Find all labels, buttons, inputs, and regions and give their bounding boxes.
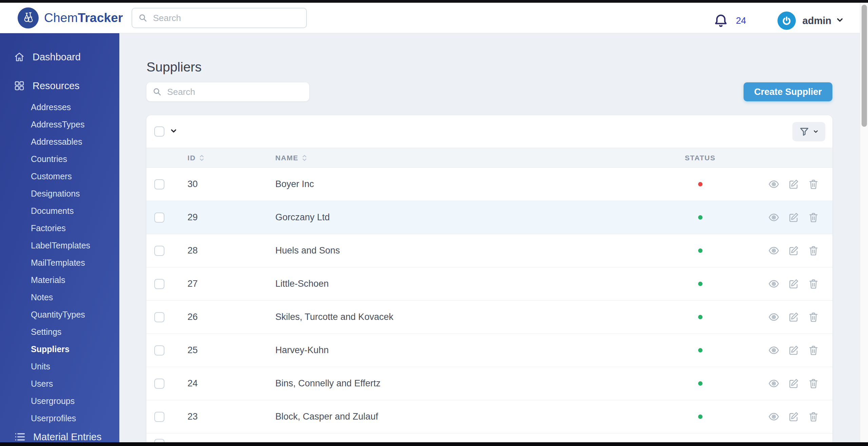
window-chrome-top <box>0 0 868 3</box>
notifications-bell-icon[interactable] <box>713 13 729 28</box>
row-checkbox[interactable] <box>154 345 164 356</box>
row-checkbox[interactable] <box>154 246 164 256</box>
row-checkbox[interactable] <box>154 212 164 223</box>
app-window: ChemTracker 24 admin Dashboard <box>0 0 868 446</box>
sidebar-item-addressables[interactable]: Addressables <box>0 133 119 150</box>
user-menu-chevron-down-icon[interactable] <box>835 16 844 26</box>
sidebar-item-resources[interactable]: Resources <box>0 76 119 96</box>
table-row[interactable]: 24 Bins, Connelly and Effertz <box>146 367 832 400</box>
delete-icon[interactable] <box>808 378 819 389</box>
row-checkbox[interactable] <box>154 279 164 289</box>
sidebar-item-addresses[interactable]: Addresses <box>0 99 119 116</box>
column-header-status: STATUS <box>632 154 768 162</box>
row-checkbox[interactable] <box>154 379 164 389</box>
sidebar-item-dashboard[interactable]: Dashboard <box>0 47 119 67</box>
sidebar-item-documents[interactable]: Documents <box>0 202 119 220</box>
delete-icon[interactable] <box>808 311 819 323</box>
sidebar-item-suppliers[interactable]: Suppliers <box>0 341 119 358</box>
view-icon[interactable] <box>768 311 780 323</box>
view-icon[interactable] <box>768 245 780 257</box>
edit-icon[interactable] <box>788 344 799 356</box>
table-row[interactable]: 23 Block, Casper and Zulauf <box>146 400 832 433</box>
cell-id: 23 <box>188 411 275 422</box>
row-checkbox[interactable] <box>154 179 164 189</box>
table-row[interactable]: 29 Gorczany Ltd <box>146 201 832 234</box>
delete-icon[interactable] <box>808 278 819 290</box>
edit-icon[interactable] <box>788 278 799 290</box>
status-dot <box>698 348 703 352</box>
filter-button[interactable] <box>792 122 825 141</box>
page-scrollbar-thumb[interactable] <box>862 5 867 127</box>
delete-icon[interactable] <box>808 344 819 356</box>
table-row[interactable]: 25 Harvey-Kuhn <box>146 334 832 367</box>
status-dot <box>698 248 703 253</box>
sidebar-item-materials[interactable]: Materials <box>0 271 119 289</box>
sidebar-item-label: Material Entries <box>33 431 101 443</box>
edit-icon[interactable] <box>788 411 799 423</box>
sidebar-item-mailtemplates[interactable]: MailTemplates <box>0 254 119 271</box>
sidebar-item-designations[interactable]: Designations <box>0 185 119 202</box>
cell-name: Block, Casper and Zulauf <box>275 411 632 422</box>
select-all-chevron-down-icon[interactable] <box>169 126 178 137</box>
sidebar-item-users[interactable]: Users <box>0 375 119 392</box>
view-icon[interactable] <box>768 278 780 290</box>
cell-name: Skiles, Turcotte and Kovacek <box>275 312 632 322</box>
delete-icon[interactable] <box>808 411 819 423</box>
view-icon[interactable] <box>768 211 780 223</box>
sidebar-item-userprofiles[interactable]: Userprofiles <box>0 410 119 427</box>
global-search <box>132 8 307 28</box>
topbar-right: 24 admin <box>713 5 844 36</box>
delete-icon[interactable] <box>808 211 819 223</box>
table-row[interactable]: 26 Skiles, Turcotte and Kovacek <box>146 301 832 334</box>
sidebar-item-factories[interactable]: Factories <box>0 220 119 237</box>
sidebar-item-labeltemplates[interactable]: LabelTemplates <box>0 237 119 254</box>
delete-icon[interactable] <box>808 245 819 257</box>
brand-logo[interactable]: ChemTracker <box>18 7 123 28</box>
edit-icon[interactable] <box>788 378 799 389</box>
sidebar-item-notes[interactable]: Notes <box>0 289 119 306</box>
global-search-input[interactable] <box>153 13 300 23</box>
cell-id: 27 <box>188 279 275 289</box>
column-header-id[interactable]: ID <box>188 154 275 162</box>
row-checkbox[interactable] <box>154 312 164 322</box>
create-supplier-button[interactable]: Create Supplier <box>744 82 832 101</box>
sidebar-item-quantitytypes[interactable]: QuantityTypes <box>0 306 119 323</box>
user-avatar[interactable] <box>777 12 796 30</box>
column-header-name[interactable]: NAME <box>275 154 632 162</box>
view-icon[interactable] <box>768 378 780 389</box>
notifications-count[interactable]: 24 <box>736 16 746 26</box>
row-checkbox[interactable] <box>154 412 164 422</box>
sidebar-item-units[interactable]: Units <box>0 358 119 375</box>
sidebar-item-usergroups[interactable]: Usergroups <box>0 392 119 410</box>
edit-icon[interactable] <box>788 178 799 190</box>
sidebar-item-settings[interactable]: Settings <box>0 323 119 341</box>
table-body: 30 Boyer Inc 29 Gorczany Ltd 28 Huels an… <box>146 168 832 433</box>
page-scrollbar[interactable] <box>860 3 868 443</box>
table-search-input[interactable] <box>167 87 303 97</box>
table-row[interactable]: 28 Huels and Sons <box>146 234 832 267</box>
edit-icon[interactable] <box>788 211 799 223</box>
sort-icon[interactable] <box>302 154 307 162</box>
view-icon[interactable] <box>768 178 780 190</box>
search-icon <box>138 13 147 23</box>
sort-icon[interactable] <box>199 154 204 162</box>
sidebar-item-customers[interactable]: Customers <box>0 168 119 185</box>
sidebar-item-addresstypes[interactable]: AddressTypes <box>0 116 119 133</box>
power-icon <box>781 15 792 26</box>
user-menu-name[interactable]: admin <box>803 15 831 26</box>
view-icon[interactable] <box>768 344 780 356</box>
edit-icon[interactable] <box>788 311 799 323</box>
table-row[interactable]: 27 Little-Schoen <box>146 267 832 301</box>
list-icon <box>14 431 26 443</box>
view-icon[interactable] <box>768 411 780 423</box>
sidebar-item-countries[interactable]: Countries <box>0 150 119 168</box>
select-all-checkbox[interactable] <box>154 126 164 137</box>
table-search <box>146 82 309 101</box>
brand-name: ChemTracker <box>44 11 123 25</box>
edit-icon[interactable] <box>788 245 799 257</box>
delete-icon[interactable] <box>808 178 819 190</box>
page-title: Suppliers <box>146 60 202 75</box>
sidebar-resource-list: AddressesAddressTypesAddressablesCountri… <box>0 99 119 427</box>
table-row[interactable]: 30 Boyer Inc <box>146 168 832 201</box>
table-row-partial <box>146 433 832 443</box>
